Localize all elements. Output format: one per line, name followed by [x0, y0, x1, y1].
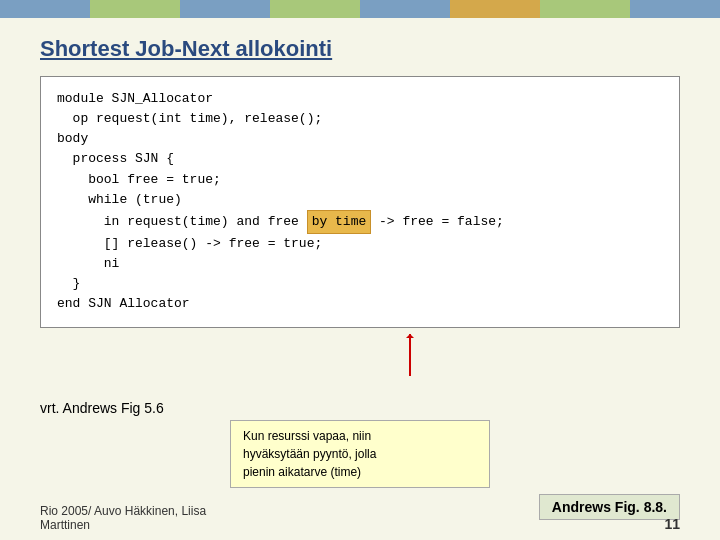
top-bar-segment — [90, 0, 180, 18]
top-bar-segment — [540, 0, 630, 18]
arrow-annotation — [40, 334, 680, 394]
top-bar-segment — [360, 0, 450, 18]
footer-author: Rio 2005/ Auvo Häkkinen, Liisa Marttinen — [40, 504, 206, 532]
top-bar-segment — [180, 0, 270, 18]
highlight-by-time: by time — [307, 210, 372, 234]
footer: Rio 2005/ Auvo Häkkinen, Liisa Marttinen… — [0, 504, 720, 532]
tooltip-box: Kun resurssi vapaa, niinhyväksytään pyyn… — [230, 420, 490, 488]
tooltip-text: Kun resurssi vapaa, niinhyväksytään pyyn… — [243, 429, 376, 479]
code-region: module SJN_Allocator op request(int time… — [40, 76, 680, 394]
top-bar-segment — [270, 0, 360, 18]
top-bar-segment — [630, 0, 720, 18]
tooltip-area: Kun resurssi vapaa, niinhyväksytään pyyn… — [40, 420, 680, 488]
code-line-1: module SJN_Allocator op request(int time… — [57, 91, 504, 311]
main-content: Shortest Job-Next allokointi module SJN_… — [0, 18, 720, 530]
svg-marker-1 — [406, 334, 414, 338]
slide-title: Shortest Job-Next allokointi — [40, 36, 680, 62]
footer-page-number: 11 — [664, 516, 680, 532]
top-color-bar — [0, 0, 720, 18]
code-box: module SJN_Allocator op request(int time… — [40, 76, 680, 328]
top-bar-segment — [0, 0, 90, 18]
top-bar-segment — [450, 0, 540, 18]
vrt-reference: vrt. Andrews Fig 5.6 — [40, 400, 680, 416]
